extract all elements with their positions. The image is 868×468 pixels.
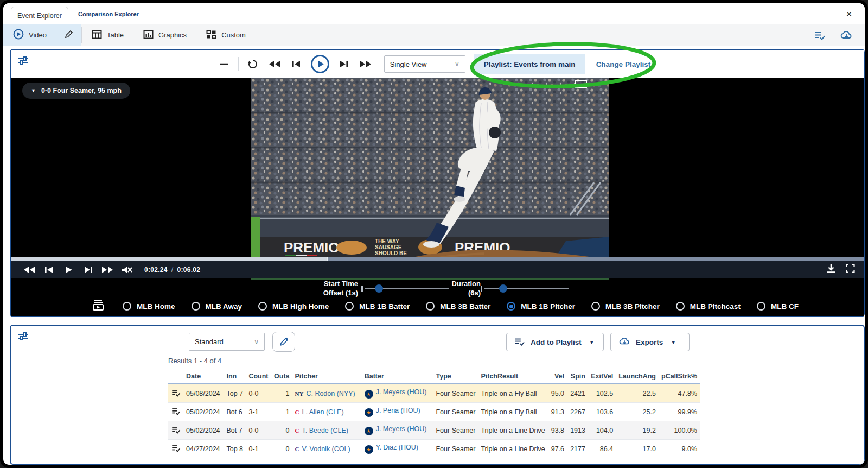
playlist-check-icon[interactable] [814, 30, 826, 41]
close-icon[interactable]: × [843, 8, 855, 20]
custom-mode-button[interactable]: Custom [196, 24, 256, 46]
exports-button[interactable]: Exports ▼ [610, 333, 690, 351]
camera-angle-mlb-1b-pitcher[interactable]: MLB 1B Pitcher [507, 302, 575, 311]
start-time-offset-thumb[interactable] [375, 284, 383, 293]
radio-icon[interactable] [757, 302, 765, 311]
result-row[interactable]: 04/27/2024Top 80-10CV. Vodnik (COL)★Y. D… [168, 440, 700, 458]
radio-icon[interactable] [345, 302, 354, 311]
next-event-button[interactable] [333, 54, 355, 74]
camera-angle-mlb-high-home[interactable]: MLB High Home [258, 302, 329, 311]
column-header-spin[interactable]: Spin [567, 369, 588, 384]
camera-angle-mlb-3b-pitcher[interactable]: MLB 3B Pitcher [591, 302, 660, 311]
column-header-pitcher[interactable]: Pitcher [292, 369, 362, 384]
video-rewind-button[interactable] [20, 263, 39, 277]
video-next-button[interactable] [78, 263, 98, 277]
column-header-date[interactable]: Date [183, 369, 224, 384]
graphics-mode-button[interactable]: Graphics [133, 24, 196, 46]
pitch-info-text: 0-0 Four Seamer, 95 mph [41, 87, 122, 94]
result-row[interactable]: 05/08/2024Top 70-01NYC. Rodón (NYY)★J. M… [168, 384, 700, 403]
previous-event-button[interactable] [285, 54, 307, 74]
add-to-playlist-button[interactable]: Add to Playlist ▼ [506, 333, 604, 351]
camera-angle-mlb-away[interactable]: MLB Away [192, 302, 242, 311]
column-header-launchang[interactable]: LaunchAng [616, 369, 659, 384]
mute-icon[interactable] [117, 263, 137, 277]
change-playlist-button[interactable]: Change Playlist [585, 54, 662, 74]
column-header-pcallstrk%[interactable]: pCallStrk% [659, 369, 700, 384]
video-source-icon [92, 299, 104, 313]
radio-icon[interactable] [676, 302, 685, 311]
caret-down-icon: ▼ [589, 339, 595, 345]
row-playlist-check-icon[interactable] [171, 426, 181, 433]
video-mode-button[interactable]: Video [3, 24, 56, 46]
pitch-info-pill[interactable]: ▼ 0-0 Four Seamer, 95 mph [22, 83, 130, 99]
batter-link[interactable]: J. Meyers (HOU) [376, 388, 427, 396]
video-play-button[interactable] [59, 263, 78, 277]
ad-brand-text: PREMIO [284, 239, 340, 256]
video-frame[interactable]: PREMIO THE WAY SAUSAGE SHOULD BE PREMIO [251, 78, 609, 280]
play-button[interactable] [307, 54, 333, 74]
fast-forward-button[interactable] [355, 54, 376, 74]
radio-icon[interactable] [591, 302, 600, 311]
row-playlist-check-icon[interactable] [171, 444, 181, 452]
replay-icon[interactable] [242, 54, 264, 74]
results-count: Results 1 - 4 of 4 [168, 357, 221, 365]
edit-view-button[interactable] [56, 24, 81, 46]
video-progress-bar[interactable] [11, 257, 864, 261]
start-time-offset-slider[interactable] [365, 288, 449, 289]
panel-settings-icon[interactable] [17, 55, 29, 66]
duration-slider[interactable] [484, 288, 569, 289]
pencil-icon [64, 29, 74, 41]
pitcher-link[interactable]: C. Rodón (NYY) [306, 390, 355, 397]
column-header-inn[interactable]: Inn [224, 369, 246, 384]
camera-angle-mlb-home[interactable]: MLB Home [123, 302, 175, 311]
camera-angle-mlb-3b-batter[interactable]: MLB 3B Batter [426, 302, 490, 311]
pitcher-link[interactable]: V. Vodnik (COL) [302, 445, 350, 453]
batter-link[interactable]: J. Meyers (HOU) [376, 425, 427, 433]
row-playlist-check-icon[interactable] [171, 389, 181, 396]
column-header-exitvel[interactable]: ExitVel [588, 369, 616, 384]
picture-in-picture-icon[interactable] [575, 80, 587, 91]
rewind-button[interactable] [264, 54, 285, 74]
edit-report-button[interactable] [272, 332, 295, 352]
radio-icon[interactable] [258, 302, 267, 311]
video-control-bar: 0:02.24 / 0:06.02 [11, 261, 864, 278]
camera-angle-mlb-cf[interactable]: MLB CF [757, 302, 799, 311]
video-previous-button[interactable] [39, 263, 59, 277]
duration-thumb[interactable] [499, 284, 507, 293]
report-select-value: Standard [195, 338, 224, 346]
video-fast-forward-button[interactable] [98, 263, 117, 277]
batter-link[interactable]: J. Peña (HOU) [376, 407, 420, 414]
report-select[interactable]: Standard ∨ [189, 333, 265, 351]
results-settings-icon[interactable] [17, 331, 29, 342]
radio-icon[interactable] [426, 302, 435, 311]
table-mode-button[interactable]: Table [82, 24, 133, 46]
tab-comparison-explorer[interactable]: Comparison Explorer [78, 11, 139, 17]
fullscreen-icon[interactable] [846, 264, 855, 275]
pitcher-link[interactable]: T. Beede (CLE) [302, 427, 348, 434]
column-header-batter[interactable]: Batter [362, 369, 433, 384]
column-header-pitchresult[interactable]: PitchResult [478, 369, 547, 384]
column-header-type[interactable]: Type [433, 369, 478, 384]
radio-icon[interactable] [507, 302, 515, 311]
column-header-outs[interactable]: Outs [271, 369, 292, 384]
view-mode-select[interactable]: Single View ∨ [384, 55, 465, 73]
video-download-icon[interactable] [826, 264, 836, 276]
result-row[interactable]: 05/02/2024Bot 63-11CL. Allen (CLE)★J. Pe… [168, 403, 700, 421]
duration-label: Duration (6s) [452, 280, 481, 298]
camera-angle-mlb-1b-batter[interactable]: MLB 1B Batter [345, 302, 410, 311]
camera-angle-mlb-pitchcast[interactable]: MLB Pitchcast [676, 302, 741, 311]
tab-event-explorer[interactable]: Event Explorer [11, 7, 68, 24]
radio-icon[interactable] [192, 302, 200, 311]
cloud-download-icon[interactable] [840, 30, 852, 41]
radio-icon[interactable] [123, 302, 131, 311]
exports-label: Exports [636, 338, 663, 346]
pitcher-link[interactable]: L. Allen (CLE) [302, 408, 343, 416]
custom-layout-icon [206, 30, 216, 41]
column-header-vel[interactable]: Vel [548, 369, 567, 384]
video-progress-head[interactable] [327, 257, 328, 261]
column-header-count[interactable]: Count [246, 369, 271, 384]
batter-link[interactable]: Y. Diaz (HOU) [376, 444, 418, 451]
result-row[interactable]: 05/02/2024Bot 70-00CT. Beede (CLE)★J. Me… [168, 421, 700, 440]
row-playlist-check-icon[interactable] [171, 407, 181, 415]
collapse-button[interactable] [213, 54, 235, 74]
